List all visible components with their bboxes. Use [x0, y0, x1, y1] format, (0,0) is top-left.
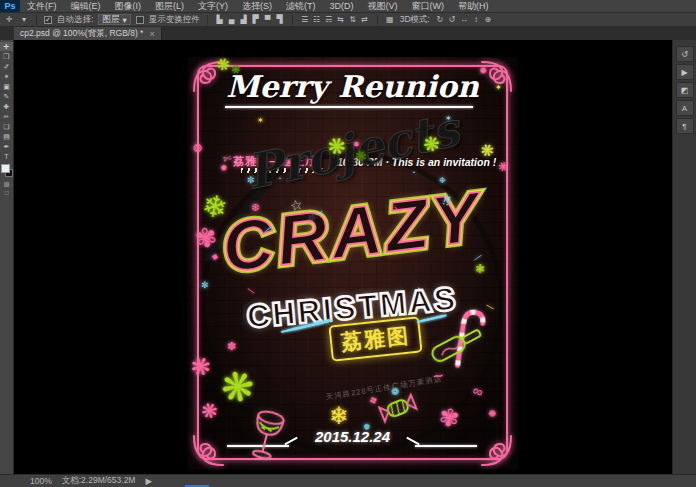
- menu-bar: Ps 文件(F)编辑(E)图像(I)图层(L)文字(Y)选择(S)滤镜(T)3D…: [0, 0, 696, 13]
- sparkle-icon: ❉: [439, 177, 446, 185]
- confetti-icon: —: [485, 302, 496, 313]
- leaf-icon: ❋: [188, 352, 215, 381]
- eraser-tool[interactable]: ▤: [0, 132, 13, 141]
- star-icon: ☆: [288, 197, 304, 214]
- menu-item-3d[interactable]: 3D(D): [323, 0, 361, 13]
- dot-icon: •: [279, 175, 281, 181]
- align-icon-5[interactable]: ▜: [275, 15, 285, 24]
- auto-select-checkbox[interactable]: ✓: [44, 16, 52, 24]
- sparkle-icon: ❂: [193, 143, 202, 154]
- menu-item-window[interactable]: 窗口(W): [405, 0, 452, 13]
- poster-document[interactable]: Merry Reunion 荔雅图—越王厅 10:30 PM · This is…: [187, 57, 518, 470]
- align-icon-0[interactable]: ▙: [215, 15, 225, 24]
- show-transform-checkbox[interactable]: [136, 16, 144, 24]
- candy-icon: ❖: [368, 395, 380, 407]
- distribute-icon-5[interactable]: ⇄: [360, 15, 370, 24]
- tools-panel: ✛❒✐✶▣✎✚✏❏▤✒T ▨ □: [0, 40, 14, 474]
- separator: [207, 15, 208, 25]
- screen-mode-icon[interactable]: □: [0, 189, 13, 197]
- document-tab[interactable]: cp2.psd @ 100%(背景, RGB/8) * ×: [14, 27, 162, 40]
- auto-select-target-value: 图层: [102, 14, 119, 26]
- distribute-icon-2[interactable]: ☴: [324, 15, 334, 24]
- marquee-tool[interactable]: ❒: [0, 52, 13, 61]
- status-arrow-icon[interactable]: ▶: [145, 476, 152, 486]
- document-tab-bar: cp2.psd @ 100%(背景, RGB/8) * ×: [0, 27, 696, 40]
- 3d-mode-icon-2[interactable]: ↔: [459, 15, 469, 24]
- paragraph-panel-icon[interactable]: ¶: [676, 118, 694, 134]
- zoom-level-field[interactable]: 100%: [30, 476, 52, 486]
- snowflake-icon: ❄: [329, 404, 349, 428]
- exclaim-icon: !!: [441, 193, 452, 208]
- sprig-icon: ❃: [475, 263, 485, 275]
- 3d-mode-icon-0[interactable]: ↻: [435, 15, 445, 24]
- distribute-icon-0[interactable]: ☰: [300, 15, 310, 24]
- show-transform-label: 显示变换控件: [149, 14, 200, 26]
- flower-icon: ✽: [227, 341, 236, 352]
- align-icon-1[interactable]: ▄: [227, 15, 237, 24]
- menu-item-layer[interactable]: 图层(L): [148, 0, 191, 13]
- 3d-mode-icon-4[interactable]: ⊕: [483, 15, 493, 24]
- distribute-icon-4[interactable]: ⇅: [348, 15, 358, 24]
- leaf-icon: ❋: [419, 131, 444, 157]
- confetti-icon: —: [261, 223, 274, 236]
- menu-item-image[interactable]: 图像(I): [108, 0, 149, 13]
- flower-icon: ✾: [193, 223, 219, 252]
- snowflake-icon: ✼: [247, 176, 255, 185]
- photoshop-window: Ps 文件(F)编辑(E)图像(I)图层(L)文字(Y)选择(S)滤镜(T)3D…: [0, 0, 696, 487]
- star-icon: ☆: [306, 212, 318, 224]
- menu-item-select[interactable]: 选择(S): [235, 0, 279, 13]
- dot-icon: •: [413, 169, 415, 175]
- distribute-icon-1[interactable]: ☷: [312, 15, 322, 24]
- menu-item-filter[interactable]: 滤镜(T): [279, 0, 323, 13]
- type-tool[interactable]: T: [0, 152, 13, 161]
- magic-wand-tool[interactable]: ✶: [0, 72, 13, 81]
- quick-mask-icon[interactable]: ▨: [0, 180, 13, 188]
- distribute-buttons: ☰☷☴⇆⇅⇄: [300, 15, 370, 24]
- auto-select-label: 自动选择:: [57, 14, 93, 26]
- separator: [377, 15, 378, 25]
- menu-item-file[interactable]: 文件(F): [20, 0, 64, 13]
- swirl-icon: ∞: [471, 383, 485, 400]
- ps-logo: Ps: [0, 0, 20, 12]
- foreground-color-swatch[interactable]: [1, 164, 10, 173]
- dropdown-caret-icon: ▾: [122, 15, 126, 25]
- color-swatches[interactable]: [0, 164, 13, 179]
- sparkle-icon: ✹: [479, 66, 487, 76]
- sparkle-icon: ❁: [391, 387, 399, 397]
- 3d-mode-icon-1[interactable]: ↺: [447, 15, 457, 24]
- actions-panel-icon[interactable]: ▶: [676, 64, 694, 80]
- snowflake-icon: ❅: [363, 423, 371, 432]
- menu-item-view[interactable]: 视图(V): [361, 0, 405, 13]
- brush-tool[interactable]: ✏: [0, 112, 13, 121]
- align-icon-3[interactable]: ▛: [251, 15, 261, 24]
- healing-brush-tool[interactable]: ✚: [0, 102, 13, 111]
- leaf-icon: ❋: [197, 398, 222, 424]
- move-tool[interactable]: ✛: [0, 42, 13, 51]
- distribute-icon-3[interactable]: ⇆: [336, 15, 346, 24]
- 3d-mode-icon-3[interactable]: ↕: [471, 15, 481, 24]
- menu-item-help[interactable]: 帮助(H): [451, 0, 496, 13]
- move-tool-icon[interactable]: ✛: [4, 15, 14, 24]
- align-icon-4[interactable]: ▀: [263, 15, 273, 24]
- pen-tool[interactable]: ✒: [0, 142, 13, 151]
- menu-item-edit[interactable]: 编辑(E): [64, 0, 108, 13]
- eyedropper-tool[interactable]: ✎: [0, 92, 13, 101]
- workspace-icon[interactable]: ▦: [385, 15, 395, 24]
- snowflake-icon: ❆: [251, 203, 259, 213]
- lasso-tool[interactable]: ✐: [0, 62, 13, 71]
- clone-stamp-tool[interactable]: ❏: [0, 122, 13, 131]
- character-panel-icon[interactable]: A: [676, 100, 694, 116]
- tool-preset-caret-icon[interactable]: ▾: [19, 15, 29, 24]
- menu-item-type[interactable]: 文字(Y): [191, 0, 235, 13]
- confetti-icon: —: [314, 208, 325, 219]
- leaf-icon: ❋: [214, 57, 234, 75]
- close-icon[interactable]: ×: [149, 29, 154, 39]
- tool-list: ✛❒✐✶▣✎✚✏❏▤✒T: [0, 42, 13, 161]
- crop-tool[interactable]: ▣: [0, 82, 13, 91]
- sparkle-icon: ✶: [445, 115, 452, 123]
- snowflake-icon: ❄: [199, 190, 230, 225]
- history-panel-icon[interactable]: ↺: [676, 46, 694, 62]
- auto-select-target-dropdown[interactable]: 图层 ▾: [98, 14, 130, 25]
- align-icon-2[interactable]: ▟: [239, 15, 249, 24]
- adjustments-panel-icon[interactable]: ◩: [676, 82, 694, 98]
